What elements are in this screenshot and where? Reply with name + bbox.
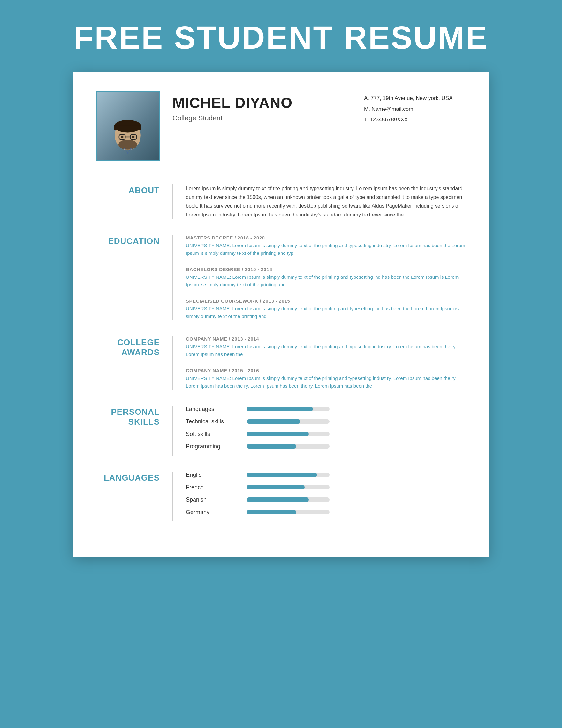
award-company: COMPANY NAME / 2013 - 2014 — [186, 336, 466, 342]
about-section: ABOUT Lorem Ipsum is simply dummy te xt … — [96, 184, 466, 219]
language-row: English — [186, 472, 466, 478]
language-row: Germany — [186, 509, 466, 516]
name-title-block: MICHEL DIYANO College Student — [172, 91, 351, 122]
award-entry: COMPANY NAME / 2015 - 2016 UNIVERSITY NA… — [186, 368, 466, 390]
edu-degree: MASTERS DEGREE / 2018 - 2020 — [186, 235, 466, 240]
svg-point-12 — [121, 136, 124, 138]
about-content: Lorem Ipsum is simply dummy te xt of the… — [172, 184, 466, 219]
language-bar-fill — [247, 497, 309, 502]
language-bar-fill — [247, 510, 296, 514]
education-entry: SPECIALISED COURSEWORK / 2013 - 2015 UNI… — [186, 298, 466, 320]
skill-row: Soft skills — [186, 431, 466, 437]
skill-bar-bg — [247, 444, 330, 449]
language-row: Spanish — [186, 497, 466, 503]
awards-label-line1: COLLEGE — [117, 337, 160, 347]
skills-label-wrap: PERSONAL SKILLS — [96, 406, 160, 456]
svg-point-13 — [132, 136, 135, 138]
education-section: EDUCATION MASTERS DEGREE / 2018 - 2020 U… — [96, 235, 466, 320]
resume-header: MICHEL DIYANO College Student A. 777, 19… — [96, 91, 466, 171]
edu-detail: UNIVERSITY NAME: Lorem Ipsum is simply d… — [186, 305, 466, 320]
language-bar-fill — [247, 485, 305, 489]
skill-name: Soft skills — [186, 431, 237, 437]
banner-title: FREE STUDENT RESUME — [13, 19, 549, 56]
languages-label-wrap: LANGUAGES — [96, 472, 160, 521]
language-bar-bg — [247, 510, 330, 514]
skill-row: Technical skills — [186, 418, 466, 425]
language-name: French — [186, 484, 237, 491]
language-bar-bg — [247, 473, 330, 477]
skill-bar-fill — [247, 432, 309, 436]
profile-photo — [97, 92, 159, 160]
language-name: Germany — [186, 509, 237, 516]
awards-section: COLLEGE AWARDS COMPANY NAME / 2013 - 201… — [96, 336, 466, 390]
languages-label: LANGUAGES — [104, 473, 160, 483]
edu-degree: SPECIALISED COURSEWORK / 2013 - 2015 — [186, 298, 466, 304]
language-row: French — [186, 484, 466, 491]
education-content: MASTERS DEGREE / 2018 - 2020 UNIVERSITY … — [172, 235, 466, 320]
skill-bar-fill — [247, 444, 296, 449]
skill-row: Programming — [186, 443, 466, 450]
award-detail: UNIVERSITY NAME: Lorem Ipsum is simply d… — [186, 375, 466, 390]
skills-label-line2: SKILLS — [128, 417, 160, 427]
resume-card: MICHEL DIYANO College Student A. 777, 19… — [73, 72, 489, 557]
skill-bar-bg — [247, 432, 330, 436]
skill-name: Technical skills — [186, 418, 237, 425]
edu-degree: BACHELORS DEGREE / 2015 - 2018 — [186, 267, 466, 272]
skill-bar-bg — [247, 407, 330, 411]
candidate-name: MICHEL DIYANO — [172, 94, 351, 111]
skill-bar-fill — [247, 407, 313, 411]
skill-row: Languages — [186, 406, 466, 413]
about-label-wrap: ABOUT — [96, 184, 160, 219]
phone: T. 123456789XXX — [364, 116, 466, 124]
awards-label-line2: AWARDS — [121, 347, 160, 357]
language-name: English — [186, 472, 237, 478]
skills-section: PERSONAL SKILLS Languages Technical skil… — [96, 406, 466, 456]
skill-bar-fill — [247, 419, 300, 424]
about-label: ABOUT — [129, 186, 160, 195]
skills-label-line1: PERSONAL — [111, 407, 160, 417]
education-entry: MASTERS DEGREE / 2018 - 2020 UNIVERSITY … — [186, 235, 466, 257]
languages-section: LANGUAGES English French Spanish Germany — [96, 472, 466, 521]
education-entry: BACHELORS DEGREE / 2015 - 2018 UNIVERSIT… — [186, 267, 466, 289]
language-name: Spanish — [186, 497, 237, 503]
education-label: EDUCATION — [108, 236, 160, 246]
edu-detail: UNIVERSITY NAME: Lorem Ipsum is simply d… — [186, 273, 466, 289]
languages-content: English French Spanish Germany — [172, 472, 466, 521]
skill-bar-bg — [247, 419, 330, 424]
banner: FREE STUDENT RESUME — [0, 0, 562, 72]
education-label-wrap: EDUCATION — [96, 235, 160, 320]
awards-content: COMPANY NAME / 2013 - 2014 UNIVERSITY NA… — [172, 336, 466, 390]
skill-name: Programming — [186, 443, 237, 450]
about-text: Lorem Ipsum is simply dummy te xt of the… — [186, 184, 466, 219]
skills-content: Languages Technical skills Soft skills P… — [172, 406, 466, 456]
address: A. 777, 19th Avenue, New york, USA — [364, 94, 466, 102]
svg-point-8 — [118, 140, 137, 150]
svg-rect-7 — [114, 125, 141, 130]
award-company: COMPANY NAME / 2015 - 2016 — [186, 368, 466, 373]
edu-detail: UNIVERSITY NAME: Lorem Ipsum is simply d… — [186, 242, 466, 257]
award-entry: COMPANY NAME / 2013 - 2014 UNIVERSITY NA… — [186, 336, 466, 358]
language-bar-fill — [247, 473, 317, 477]
photo-frame — [96, 91, 160, 161]
awards-label-wrap: COLLEGE AWARDS — [96, 336, 160, 390]
skill-name: Languages — [186, 406, 237, 413]
contact-info: A. 777, 19th Avenue, New york, USA M. Na… — [364, 91, 466, 126]
candidate-title: College Student — [172, 114, 351, 122]
award-detail: UNIVERSITY NAME: Lorem Ipsum is simply d… — [186, 343, 466, 358]
language-bar-bg — [247, 497, 330, 502]
email: M. Name@mail.com — [364, 105, 466, 113]
language-bar-bg — [247, 485, 330, 489]
